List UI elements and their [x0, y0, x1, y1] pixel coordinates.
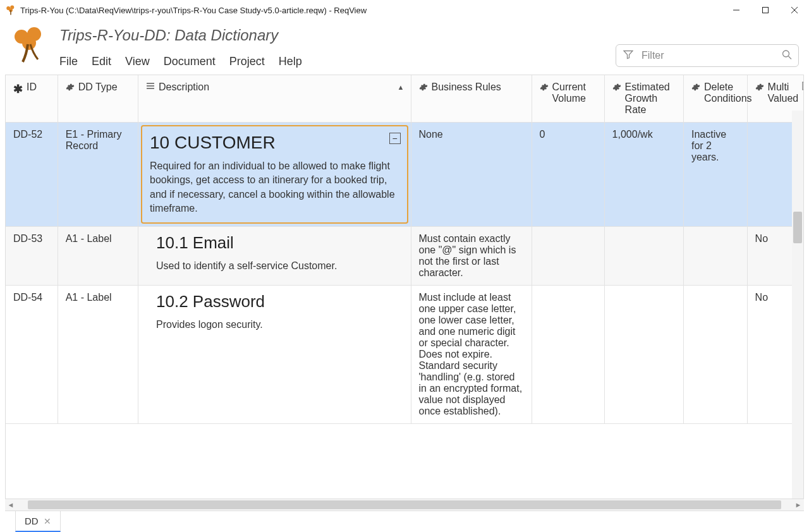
desc-heading: 10.1 Email: [156, 233, 404, 253]
menu-edit[interactable]: Edit: [92, 55, 111, 68]
minimize-button[interactable]: [722, 0, 751, 20]
col-dd-type-label: DD Type: [78, 82, 118, 93]
cell-description[interactable]: 10.1 Email Used to identify a self-servi…: [138, 226, 411, 285]
list-icon: [146, 82, 155, 93]
cell-type: A1 - Label: [58, 226, 138, 285]
cell-delete: [683, 226, 747, 285]
horizontal-scrollbar[interactable]: ◄ ►: [5, 499, 804, 511]
col-vol-label: Current Volume: [552, 82, 598, 104]
cell-volume: [532, 285, 604, 423]
col-id-label: ID: [27, 82, 37, 93]
collapse-icon[interactable]: −: [389, 133, 401, 144]
menu-help[interactable]: Help: [279, 55, 302, 68]
app-icon: [5, 4, 16, 16]
tab-dd[interactable]: DD ✕: [15, 511, 61, 532]
filter-box: [616, 44, 799, 67]
cell-id: DD-53: [6, 226, 58, 285]
menu-view[interactable]: View: [125, 55, 150, 68]
col-description[interactable]: Description ▲: [138, 75, 411, 123]
page-title: Trips-R-You-DD: Data Dictionary: [59, 25, 799, 44]
scroll-left-icon[interactable]: ◄: [5, 501, 16, 509]
svg-line-12: [789, 56, 792, 59]
document-tabs: DD ✕: [5, 511, 804, 532]
logo-icon: [10, 25, 48, 63]
gear-icon: [755, 83, 764, 94]
cell-type: A1 - Label: [58, 285, 138, 423]
cell-id: DD-52: [6, 123, 58, 227]
columns-menu-icon[interactable]: [802, 82, 803, 93]
col-dd-type[interactable]: DD Type: [58, 75, 138, 123]
search-icon[interactable]: [781, 49, 793, 63]
col-business-rules[interactable]: Business Rules: [411, 75, 532, 123]
cell-growth: [604, 226, 683, 285]
table: ✱ID DD Type Description ▲ Business Rules: [5, 75, 804, 499]
col-multi-label: Multi Valued: [768, 82, 799, 104]
cell-id: DD-54: [6, 285, 58, 423]
maximize-button[interactable]: [751, 0, 780, 20]
menu-project[interactable]: Project: [229, 55, 265, 68]
cell-description[interactable]: − 10 CUSTOMER Required for an individual…: [141, 125, 408, 224]
svg-rect-5: [763, 8, 769, 13]
col-rules-label: Business Rules: [432, 82, 501, 93]
cell-rules: None: [411, 123, 532, 227]
svg-point-11: [783, 51, 789, 57]
table-row[interactable]: DD-52 E1 - Primary Record − 10 CUSTOMER …: [6, 123, 803, 227]
close-icon[interactable]: ✕: [44, 516, 51, 526]
desc-body: Required for an individual to be allowed…: [150, 159, 399, 216]
cell-volume: [532, 226, 604, 285]
scroll-right-icon[interactable]: ►: [793, 501, 804, 509]
desc-heading: 10 CUSTOMER: [150, 133, 399, 153]
cell-growth: [604, 285, 683, 423]
funnel-icon: [623, 50, 633, 62]
cell-rules: Must contain exactly one "@" sign which …: [411, 226, 532, 285]
header: Trips-R-You-DD: Data Dictionary File Edi…: [0, 20, 809, 71]
cell-rules: Must include at least one upper case let…: [411, 285, 532, 423]
table-row[interactable]: DD-54 A1 - Label 10.2 Password Provides …: [6, 285, 803, 423]
filter-input[interactable]: [616, 44, 799, 67]
gear-icon: [419, 83, 428, 94]
menu-document[interactable]: Document: [164, 55, 216, 68]
svg-point-10: [22, 36, 36, 50]
menubar: File Edit View Document Project Help: [59, 55, 302, 68]
cell-delete: [683, 285, 747, 423]
svg-rect-3: [10, 10, 11, 15]
col-description-label: Description: [159, 82, 209, 93]
tab-label: DD: [25, 516, 39, 526]
desc-body: Used to identify a self-service Customer…: [156, 259, 404, 273]
svg-rect-16: [803, 82, 803, 90]
col-current-volume[interactable]: Current Volume: [532, 75, 604, 123]
col-growth-label: Estimated Growth Rate: [625, 82, 677, 116]
desc-body: Provides logon security.: [156, 318, 404, 332]
vertical-scrollbar[interactable]: [792, 111, 803, 499]
cell-description[interactable]: 10.2 Password Provides logon security.: [138, 285, 411, 423]
table-header-row: ✱ID DD Type Description ▲ Business Rules: [6, 75, 803, 123]
desc-heading: 10.2 Password: [156, 292, 404, 311]
gear-icon: [66, 83, 75, 94]
table-row[interactable]: DD-53 A1 - Label 10.1 Email Used to iden…: [6, 226, 803, 285]
close-button[interactable]: [780, 0, 809, 20]
col-growth-rate[interactable]: Estimated Growth Rate: [604, 75, 683, 123]
window-title: Trips-R-You (C:\Data\ReqView\trips-r-you…: [20, 6, 722, 15]
cell-type: E1 - Primary Record: [58, 123, 138, 227]
menu-file[interactable]: File: [59, 55, 78, 68]
cell-growth: 1,000/wk: [604, 123, 683, 227]
sort-asc-icon: ▲: [398, 83, 404, 91]
gear-icon: [612, 83, 621, 94]
col-delete-conditions[interactable]: Delete Conditions: [683, 75, 747, 123]
window-controls: [722, 0, 809, 20]
cell-volume: 0: [532, 123, 604, 227]
asterisk-icon: ✱: [13, 82, 23, 96]
gear-icon: [691, 83, 700, 94]
cell-delete: Inactive for 2 years.: [683, 123, 747, 227]
titlebar: Trips-R-You (C:\Data\ReqView\trips-r-you…: [0, 0, 809, 20]
col-del-label: Delete Conditions: [704, 82, 752, 104]
gear-icon: [540, 83, 549, 94]
col-id[interactable]: ✱ID: [6, 75, 58, 123]
